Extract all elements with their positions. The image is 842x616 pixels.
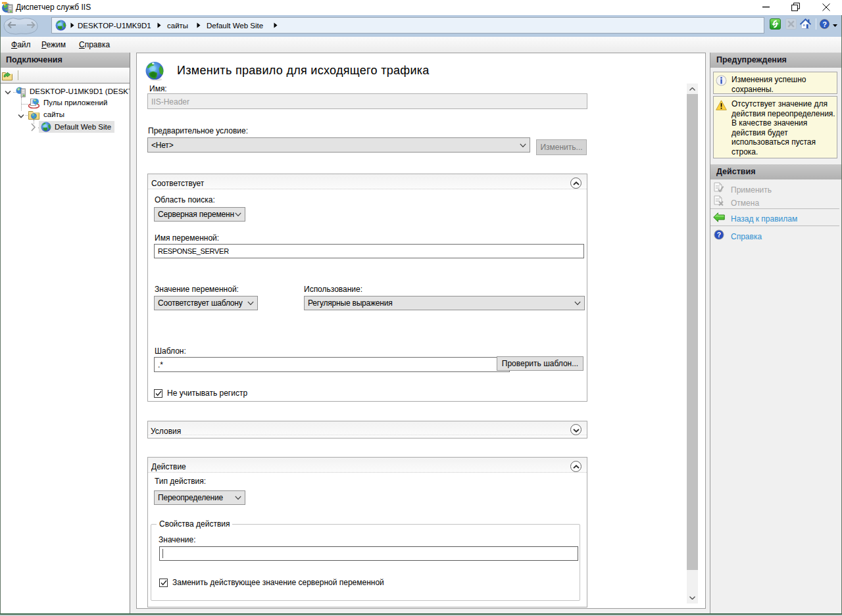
svg-text:?: ?: [822, 20, 827, 28]
svg-text:?: ?: [717, 231, 721, 239]
